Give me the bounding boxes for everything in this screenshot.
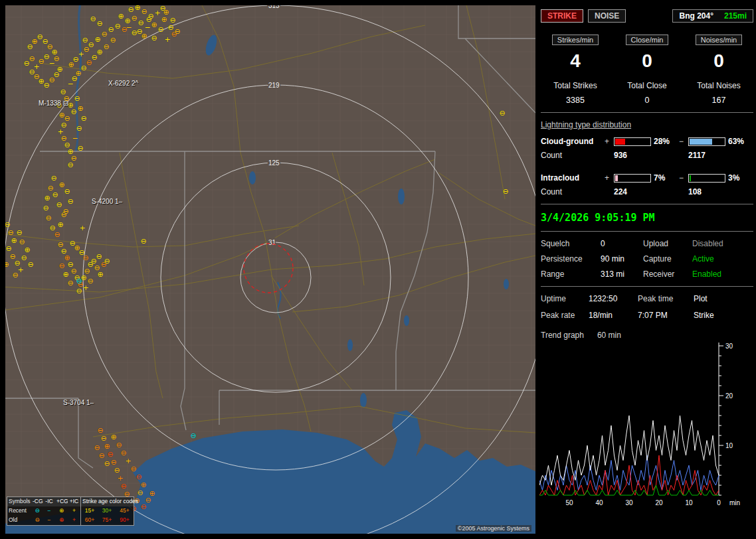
strike-symbol: ⊖: [53, 55, 59, 62]
strike-symbol: ⊖: [104, 258, 110, 265]
cloud-ground-pos-pct: 28%: [651, 137, 679, 146]
copyright-text: ©2005 Astrogenic Systems: [456, 525, 531, 532]
strike-symbol: ⊖: [114, 467, 120, 474]
peak-time-value: 7:07 PM: [638, 311, 694, 320]
strike-symbol: ⊖: [104, 460, 110, 467]
x-tick-label: 0: [717, 499, 721, 506]
strike-symbol: ⊖: [96, 20, 102, 27]
strike-symbol: ⊖: [67, 198, 73, 205]
strike-symbol: ⊕: [151, 21, 157, 29]
x-tick-label: 10: [685, 499, 693, 506]
legend-cell: 90+: [116, 516, 134, 525]
trend-graph-svg: 10203050403020100min: [539, 343, 745, 508]
peak-rate-label: Peak rate: [541, 311, 589, 320]
legend-cell: 75+: [98, 516, 116, 525]
lightning-map[interactable]: 31321912531 ⊖⊕⊖⊖+⊕⊖⊖⊖⊕−⊖⊖⊕⊖⊖⊕⊖+⊖⊖⊕−⊖⊖⊕⊖⊖…: [5, 5, 535, 534]
strike-symbol: ⊖: [110, 37, 116, 44]
control-panel: STRIKE NOISE Bng 204° 215mi Strikes/min …: [539, 4, 755, 535]
legend-cell: -CG: [31, 497, 43, 506]
strikes-per-min-button[interactable]: Strikes/min: [552, 35, 599, 45]
strike-symbol: ⊖: [159, 5, 165, 12]
strike-symbol: ⊖: [116, 441, 122, 449]
strike-symbol: ⊖: [80, 64, 86, 72]
intracloud-neg-bar: [688, 174, 725, 183]
legend-cell: Old: [7, 516, 31, 525]
strike-symbol: ⊖: [136, 28, 142, 35]
strike-symbol: ⊕: [57, 221, 63, 228]
close-per-min-button[interactable]: Close/min: [626, 35, 669, 45]
close-per-min-column: Close/min 0 Total Close 0: [611, 35, 683, 105]
plot-mode-value[interactable]: Strike: [694, 311, 753, 320]
range-ring-label: 219: [268, 82, 280, 89]
strike-symbol: ⊖: [80, 115, 86, 122]
strike-symbol: ⊕: [96, 48, 102, 56]
strike-symbol: ⊖: [120, 483, 126, 490]
strike-symbol: ⊖: [174, 28, 180, 35]
strike-symbol: ⊖: [54, 231, 60, 238]
trend-graph-label: Trend graph: [541, 331, 584, 340]
strike-symbol: ⊖: [52, 191, 58, 198]
strike-symbol: ⊖: [76, 287, 82, 295]
strike-symbol: ⊖: [100, 435, 106, 442]
strike-symbol: ⊖: [45, 214, 51, 222]
strike-symbol: ⊖: [77, 145, 83, 152]
range-label: Range: [541, 270, 601, 279]
x-tick-label: 40: [595, 499, 603, 506]
strike-symbol: ⊖: [499, 110, 505, 117]
plot-label[interactable]: Plot: [694, 294, 753, 303]
uptime-label: Uptime: [541, 294, 589, 303]
squelch-value: 0: [601, 239, 643, 248]
total-strikes-label: Total Strikes: [539, 81, 611, 90]
noise-mode-button[interactable]: NOISE: [588, 9, 626, 23]
strike-symbol: ⊖: [69, 240, 75, 247]
strike-symbol: ⊕: [97, 271, 103, 278]
strike-symbol: ⊖: [98, 452, 104, 459]
strike-symbol: ⊕: [104, 443, 110, 450]
strike-symbol: ⊖: [16, 229, 22, 236]
intracloud-pos-bar: [614, 174, 651, 183]
count-label: Count: [541, 151, 614, 160]
legend-cell: Strike age color codes: [81, 497, 134, 506]
strike-symbol: ⊕: [68, 61, 74, 68]
x-tick-label: 30: [625, 499, 633, 506]
count-label: Count: [541, 187, 614, 196]
strike-symbol: ⊖: [90, 15, 96, 23]
cloud-ground-pos-count: 936: [614, 151, 679, 160]
strike-symbol: ⊖: [108, 26, 114, 33]
strike-symbol: ⊖: [76, 277, 82, 285]
legend-cell: ⊖: [31, 506, 43, 516]
legend-cell: +IC: [68, 497, 80, 506]
legend-cell: +: [68, 516, 80, 525]
strikes-per-min-value: 4: [539, 50, 611, 72]
cloud-ground-neg-pct: 63%: [725, 137, 753, 146]
strike-symbol: ⊖: [7, 229, 13, 236]
intracloud-label: Intracloud: [541, 173, 605, 183]
divider: [541, 231, 753, 232]
range-ring-label: 31: [268, 239, 276, 246]
strike-symbol: ⊖: [5, 221, 11, 228]
strike-symbol: ⊕: [110, 433, 116, 441]
y-tick-label: 30: [725, 343, 733, 350]
strike-symbol: ⊕: [134, 5, 140, 11]
plus-sign: +: [605, 173, 614, 183]
strike-symbol: ⊖: [70, 108, 76, 116]
strike-symbol: ⊖: [145, 16, 151, 23]
strike-symbol: ⊖: [97, 427, 103, 434]
squelch-label: Squelch: [541, 239, 601, 248]
strike-mode-button[interactable]: STRIKE: [541, 9, 583, 23]
strike-symbol: ⊖: [58, 262, 64, 270]
strike-symbol: −: [67, 80, 73, 88]
range-ring-label: 313: [268, 5, 280, 9]
strike-symbol: ⊖: [29, 55, 35, 62]
noises-per-min-button[interactable]: Noises/min: [696, 35, 742, 45]
strike-symbol: ⊖: [86, 59, 92, 66]
total-close-value: 0: [611, 96, 683, 105]
strike-symbol: ⊖: [94, 444, 100, 451]
divider: [541, 286, 753, 287]
storm-cell-label: M-1338 ⊟: [39, 100, 68, 107]
strike-symbol: ⊕: [77, 105, 83, 112]
date-time-display: 3/4/2026 9:05:19 PM: [541, 212, 753, 224]
cloud-ground-label: Cloud-ground: [541, 137, 605, 146]
panel-top-bar: STRIKE NOISE Bng 204° 215mi: [541, 9, 753, 23]
strike-symbol: ⊖: [140, 238, 146, 245]
